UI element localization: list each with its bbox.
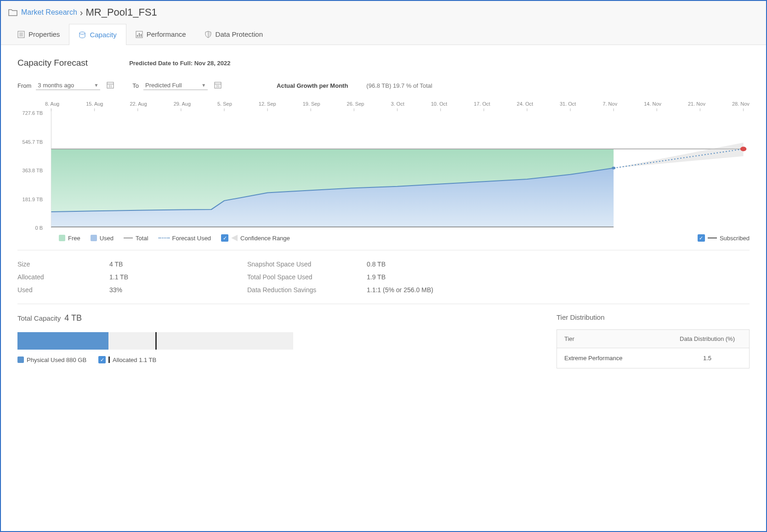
breadcrumb-separator: › xyxy=(80,7,83,18)
legend-physical-used[interactable]: Physical Used 880 GB xyxy=(17,357,86,363)
stats-grid: Size 4 TB Snapshot Space Used 0.8 TB All… xyxy=(17,250,750,304)
stat-value: 33% xyxy=(109,286,247,294)
folder-icon xyxy=(8,8,17,17)
checkbox-icon: ✓ xyxy=(221,234,228,242)
tier-table: Tier Data Distribution (%) Extreme Perfo… xyxy=(557,329,750,368)
from-select[interactable]: 3 months ago▼ xyxy=(36,81,100,90)
tab-label: Properties xyxy=(28,30,60,38)
to-select[interactable]: Predicted Full▼ xyxy=(143,81,208,90)
tab-label: Performance xyxy=(147,30,186,38)
to-label: To xyxy=(132,82,139,89)
legend-allocated[interactable]: ✓Allocated 1.1 TB xyxy=(98,356,156,363)
growth-label: Actual Growth per Month xyxy=(277,82,348,89)
distribution-col-header[interactable]: Data Distribution (%) xyxy=(673,335,742,342)
shield-icon xyxy=(205,31,212,38)
breadcrumb: Market Research › MR_Pool1_FS1 xyxy=(1,1,766,24)
stat-label: Snapshot Space Used xyxy=(247,260,367,268)
tab-capacity[interactable]: Capacity xyxy=(69,24,126,45)
total-capacity-title: Total Capacity4 TB xyxy=(17,313,501,323)
stat-label: Used xyxy=(17,286,109,294)
allocated-mark xyxy=(155,332,157,350)
bar-chart-icon xyxy=(136,31,143,38)
calendar-icon[interactable]: 31 xyxy=(107,81,114,90)
svg-point-4 xyxy=(80,32,85,34)
stat-label: Total Pool Space Used xyxy=(247,273,367,281)
legend-used[interactable]: Used xyxy=(91,235,114,242)
tab-properties[interactable]: Properties xyxy=(8,24,69,45)
stat-label: Data Reduction Savings xyxy=(247,286,367,294)
svg-point-35 xyxy=(612,167,615,170)
predicted-full-label: Predicted Date to Full: Nov 28, 2022 xyxy=(129,60,230,67)
table-row: Extreme Performance1.5 xyxy=(557,348,749,368)
tier-distribution-title: Tier Distribution xyxy=(557,313,750,321)
stat-value: 4 TB xyxy=(109,260,247,268)
stat-value: 1.9 TB xyxy=(367,273,750,281)
stat-label: Allocated xyxy=(17,273,109,281)
svg-text:31: 31 xyxy=(108,85,112,88)
svg-rect-7 xyxy=(139,33,140,37)
capacity-chart: 8. Aug15. Aug22. Aug29. Aug5. Sep12. Sep… xyxy=(17,101,750,228)
svg-text:31: 31 xyxy=(216,85,220,88)
breadcrumb-parent-link[interactable]: Market Research xyxy=(21,8,77,17)
stat-label: Size xyxy=(17,260,109,268)
physical-used-bar xyxy=(17,332,108,350)
stat-value: 1.1 TB xyxy=(109,273,247,281)
tab-label: Data Protection xyxy=(216,30,263,38)
legend-total[interactable]: Total xyxy=(124,235,148,242)
database-icon xyxy=(79,31,86,39)
legend-forecast[interactable]: Forecast Used xyxy=(159,235,211,242)
tab-bar: Properties Capacity Performance Data Pro… xyxy=(1,24,766,45)
svg-rect-6 xyxy=(137,35,138,37)
tab-label: Capacity xyxy=(90,31,116,39)
tab-data-protection[interactable]: Data Protection xyxy=(195,24,272,45)
checkbox-icon: ✓ xyxy=(98,356,106,363)
svg-point-36 xyxy=(740,147,746,151)
section-title: Capacity Forecast xyxy=(17,58,88,68)
svg-rect-8 xyxy=(141,34,142,37)
legend-confidence[interactable]: ✓Confidence Range xyxy=(221,234,290,242)
calendar-icon[interactable]: 31 xyxy=(214,81,222,90)
stat-value: 0.8 TB xyxy=(367,260,750,268)
capacity-bar xyxy=(17,332,293,350)
page-title: MR_Pool1_FS1 xyxy=(86,6,157,18)
growth-value: (96.8 TB) 19.7 % of Total xyxy=(366,82,432,89)
checkbox-icon: ✓ xyxy=(698,234,705,242)
legend-subscribed[interactable]: ✓Subscribed xyxy=(698,234,750,242)
tier-col-header[interactable]: Tier xyxy=(564,335,673,342)
legend-free[interactable]: Free xyxy=(59,235,80,242)
tab-performance[interactable]: Performance xyxy=(126,24,195,45)
from-label: From xyxy=(17,82,31,89)
stat-value: 1.1:1 (5% or 256.0 MB) xyxy=(367,286,750,294)
list-icon xyxy=(17,31,25,38)
